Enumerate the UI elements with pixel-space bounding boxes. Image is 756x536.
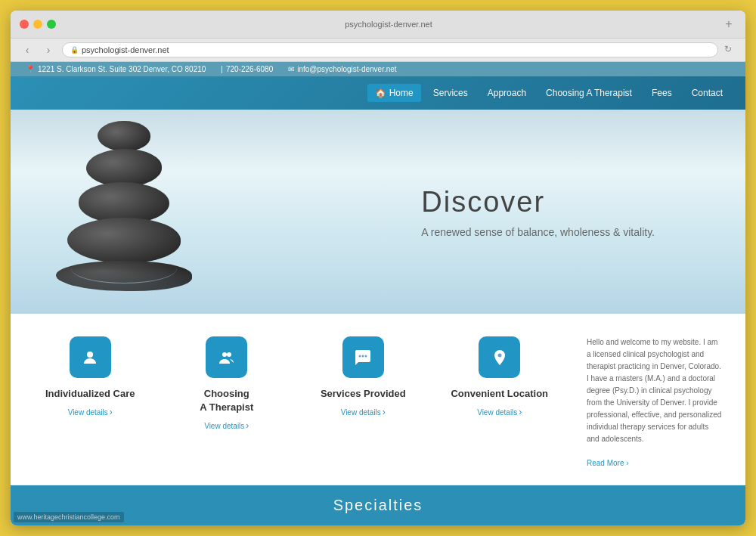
choosing-therapist-icon: [206, 336, 247, 378]
browser-window: psychologist-denver.net + ‹ › 🔒 psycholo…: [11, 11, 745, 525]
convenient-location-icon: [479, 336, 520, 378]
email-text: info@psychologist-denver.net: [297, 65, 396, 73]
stone-1: [98, 121, 150, 151]
nav-item-home[interactable]: 🏠 Home: [367, 84, 420, 102]
specialties-title: Specialties: [33, 497, 723, 514]
info-bar: 📍 1221 S. Clarkson St. Suite 302 Denver,…: [11, 62, 745, 76]
main-navigation: 🏠 Home Services Approach Choosing A Ther…: [11, 76, 745, 110]
browser-chrome: psychologist-denver.net + ‹ › 🔒 psycholo…: [11, 11, 745, 62]
nav-item-contact[interactable]: Contact: [684, 84, 730, 102]
feature-item-therapist: ChoosingA Therapist View details: [170, 336, 284, 469]
phone-text: 720-226-6080: [226, 65, 273, 73]
nav-item-fees[interactable]: Fees: [644, 84, 680, 102]
phone-icon: |: [221, 65, 223, 73]
svg-point-3: [359, 355, 361, 357]
feature-title-individualized: Individualized Care: [45, 387, 135, 401]
browser-titlebar: psychologist-denver.net +: [11, 11, 745, 39]
read-more-link[interactable]: Read More ›: [587, 459, 629, 467]
hero-subtitle: A renewed sense of balance, wholeness & …: [421, 226, 655, 238]
feature-link-therapist[interactable]: View details: [204, 420, 249, 431]
maximize-button[interactable]: [47, 20, 56, 29]
individualized-care-icon: [70, 336, 111, 378]
minimize-button[interactable]: [33, 20, 42, 29]
address-icon: 📍: [26, 65, 35, 73]
address-bar[interactable]: 🔒 psychologist-denver.net: [62, 42, 718, 57]
address-text: psychologist-denver.net: [82, 45, 169, 54]
feature-item-individualized: Individualized Care View details: [33, 336, 147, 469]
feature-link-individualized[interactable]: View details: [68, 407, 113, 417]
svg-point-1: [222, 352, 227, 357]
feature-title-services: Services Provided: [321, 387, 406, 401]
close-button[interactable]: [20, 20, 29, 29]
nav-item-approach[interactable]: Approach: [480, 84, 534, 102]
hero-section: Discover A renewed sense of balance, who…: [11, 110, 745, 314]
website-content: 📍 1221 S. Clarkson St. Suite 302 Denver,…: [11, 62, 745, 525]
address-text: 1221 S. Clarkson St. Suite 302 Denver, C…: [38, 65, 206, 73]
forward-button[interactable]: ›: [41, 42, 56, 57]
phone-info: | 720-226-6080: [221, 65, 273, 73]
water-reflection: [11, 268, 745, 314]
features-section: Individualized Care View details Choosin…: [11, 314, 745, 485]
email-info: ✉ info@psychologist-denver.net: [288, 65, 396, 73]
svg-point-5: [365, 355, 367, 357]
back-button[interactable]: ‹: [20, 42, 35, 57]
feature-link-services[interactable]: View details: [341, 407, 386, 417]
new-tab-button[interactable]: +: [721, 17, 736, 32]
feature-title-therapist: ChoosingA Therapist: [200, 387, 253, 414]
sidebar-description: Hello and welcome to my website. I am a …: [572, 336, 723, 469]
nav-item-services[interactable]: Services: [426, 84, 476, 102]
svg-point-2: [227, 352, 231, 357]
feature-title-location: Convenient Location: [451, 387, 548, 401]
address-info: 📍 1221 S. Clarkson St. Suite 302 Denver,…: [26, 65, 206, 73]
hero-title: Discover: [421, 186, 655, 218]
watermark: www.heritagechristiancollege.com: [14, 512, 124, 522]
svg-point-6: [497, 353, 501, 357]
feature-items: Individualized Care View details Choosin…: [33, 336, 556, 469]
browser-addressbar: ‹ › 🔒 psychologist-denver.net ↻: [11, 39, 745, 61]
svg-point-4: [362, 355, 364, 357]
sidebar-body-text: Hello and welcome to my website. I am a …: [587, 338, 721, 443]
email-icon: ✉: [288, 65, 294, 73]
svg-point-0: [87, 352, 93, 358]
services-provided-icon: [342, 336, 384, 378]
stone-2: [86, 149, 162, 187]
nav-items: 🏠 Home Services Approach Choosing A Ther…: [367, 84, 730, 102]
refresh-button[interactable]: ↻: [724, 44, 736, 56]
feature-link-location[interactable]: View details: [477, 407, 522, 417]
hero-text-block: Discover A renewed sense of balance, who…: [421, 186, 655, 238]
feature-item-location: Convenient Location View details: [443, 336, 557, 469]
hero-stones-image: [56, 121, 192, 291]
feature-item-services: Services Provided View details: [306, 336, 420, 469]
nav-item-therapist[interactable]: Choosing A Therapist: [538, 84, 640, 102]
browser-title: psychologist-denver.net: [60, 20, 717, 29]
